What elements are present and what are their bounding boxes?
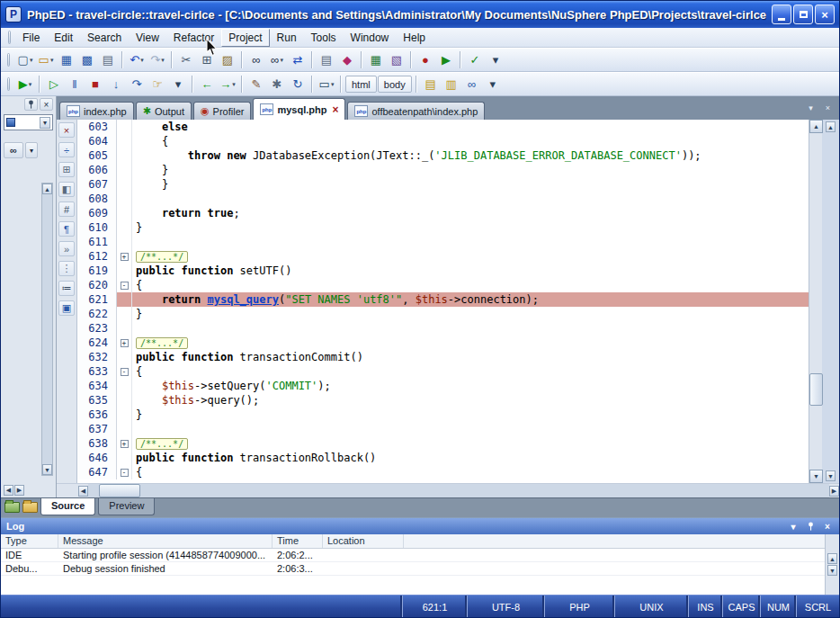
toolbar2-overflow-button[interactable]: ▾ [483, 75, 503, 94]
menu-run[interactable]: Run [270, 29, 304, 47]
breakpoint-toggle-icon[interactable]: ◧ [58, 182, 75, 197]
horizontal-scroll-track[interactable] [88, 484, 829, 497]
fold-marker[interactable]: + [121, 253, 129, 261]
fold-marker[interactable]: + [121, 339, 129, 347]
horizontal-scroll-thumb[interactable] [99, 484, 140, 497]
close-button[interactable]: × [815, 4, 835, 24]
code-line-635[interactable]: 635 $this->query(); [77, 393, 809, 408]
code-line-610[interactable]: 610} [77, 220, 809, 235]
project-folder-icon[interactable] [4, 502, 20, 513]
log-scrollbar[interactable]: ▲ ▼ [825, 534, 839, 595]
copy-button[interactable]: ⊞ [197, 50, 217, 70]
run-in-debugger-button[interactable]: ▷ [44, 75, 64, 94]
replace-button[interactable]: ⇄ [288, 50, 308, 70]
code-line-605[interactable]: 605 throw new JDatabaseException(JText::… [77, 148, 809, 163]
code-line-636[interactable]: 636} [77, 408, 809, 422]
bookmark-toggle-icon[interactable]: ⊞ [58, 162, 75, 177]
code-line-646[interactable]: 646public function transactionRollback() [77, 451, 809, 465]
new-file-button[interactable]: ▢▾ [15, 50, 35, 70]
redo-button[interactable]: ↷▾ [147, 50, 167, 70]
record-macro-button[interactable]: ● [416, 50, 435, 70]
menu-help[interactable]: Help [396, 29, 433, 47]
maximize-button[interactable] [793, 4, 813, 24]
close-document-button[interactable]: × [821, 102, 835, 114]
log-column-type[interactable]: Type [1, 534, 58, 548]
find-in-files-button[interactable]: ∞▾ [267, 50, 287, 70]
toolbar2-grip[interactable] [7, 77, 10, 91]
log-column-location[interactable]: Location [323, 534, 404, 548]
navigate-back-button[interactable]: ← [197, 75, 217, 94]
tab-index-php[interactable]: phpindex.php [59, 102, 134, 120]
body-tag-button[interactable]: body [378, 76, 412, 93]
code-line-620[interactable]: 620-{ [77, 278, 809, 292]
scroll-up-button[interactable]: ▲ [809, 120, 823, 133]
view-tab-source[interactable]: Source [40, 498, 95, 515]
tools-button[interactable]: ✱ [267, 75, 287, 94]
save-button[interactable]: ▦ [57, 50, 76, 70]
minimize-button[interactable] [772, 4, 791, 24]
fold-marker[interactable]: - [121, 368, 129, 376]
indent-guides-icon[interactable]: » [58, 241, 75, 256]
log-close-button[interactable]: × [821, 521, 834, 533]
dock-pin-button[interactable] [24, 98, 38, 111]
dock-scroll-down-button[interactable]: ▼ [42, 464, 52, 475]
code-line-623[interactable]: 623 [77, 321, 809, 336]
tab-profiler[interactable]: ◉Profiler [193, 102, 251, 120]
stop-button[interactable]: ■ [85, 75, 105, 94]
dock-scrollbar[interactable]: ▲ ▼ [41, 183, 53, 476]
search-dropdown-button[interactable]: ▾ [25, 142, 38, 158]
code-line-647[interactable]: 647-{ [77, 465, 809, 479]
code-line-603[interactable]: 603 else [77, 120, 809, 134]
scroll-down-button[interactable]: ▼ [809, 470, 823, 483]
bookmark-list-button[interactable]: ▤ [317, 50, 336, 70]
code-line-606[interactable]: 606 } [77, 163, 809, 177]
find-close-icon[interactable]: × [58, 122, 75, 138]
toolbar1-overflow-button[interactable]: ▾ [486, 50, 505, 70]
toolbar1-grip[interactable] [7, 53, 10, 67]
code-line-607[interactable]: 607 } [77, 177, 809, 192]
open-file-button[interactable]: ▭▾ [36, 50, 56, 70]
syntax-check-button[interactable]: ✓ [465, 50, 485, 70]
paste-button[interactable]: ▨ [218, 50, 237, 70]
html-tag-button[interactable]: html [345, 76, 377, 93]
tab-offbeatenpath-index-php[interactable]: phpoffbeatenpath\index.php [347, 102, 485, 120]
log-row[interactable]: IDEStarting profile session (41448587740… [1, 549, 839, 562]
print-button[interactable]: ▤ [98, 50, 118, 70]
undo-button[interactable]: ↶▾ [127, 50, 147, 70]
menu-search[interactable]: Search [80, 29, 129, 47]
vertical-scroll-thumb[interactable] [809, 373, 823, 406]
code-line-633[interactable]: 633-{ [77, 364, 809, 379]
explorer-folder-icon[interactable] [22, 502, 38, 513]
code-line-611[interactable]: 611 [77, 235, 809, 249]
navigate-forward-button[interactable]: →▾ [218, 75, 237, 94]
menubar-grip[interactable] [8, 31, 11, 44]
code-line-604[interactable]: 604 { [77, 134, 809, 148]
menu-tools[interactable]: Tools [304, 29, 344, 47]
menu-view[interactable]: View [129, 29, 166, 47]
code-templates-button[interactable]: ▧ [387, 50, 407, 70]
break-button[interactable]: ☞ [147, 75, 167, 94]
editor-horizontal-scrollbar[interactable]: ◀ ▶ [57, 483, 839, 497]
dock-scroll-left-button[interactable]: ◀ [4, 485, 13, 496]
log-row[interactable]: Debu...Debug session finished2:06:3... [1, 562, 839, 576]
code-line-624[interactable]: 624+/**...*/ [77, 336, 809, 350]
tab-mysql-php[interactable]: phpmysql.php× [253, 98, 345, 120]
edit-marker-button[interactable]: ✎ [246, 75, 266, 94]
cut-button[interactable]: ✂ [176, 50, 196, 70]
log-menu-button[interactable]: ▾ [787, 521, 800, 533]
toggle-bookmark-button[interactable]: ◆ [337, 50, 357, 70]
step-over-button[interactable]: ↷ [127, 75, 147, 94]
menu-file[interactable]: File [15, 29, 47, 47]
log-scroll-up-button[interactable]: ▲ [827, 553, 837, 564]
combo-dropdown-icon[interactable]: ▾ [40, 117, 50, 129]
pause-button[interactable]: ‖ [65, 75, 85, 94]
scroll-right-button[interactable]: ▶ [829, 486, 839, 497]
search-binoculars-button[interactable]: ∞ [4, 142, 23, 158]
log-column-message[interactable]: Message [58, 534, 273, 548]
secondary-scroll-down-button[interactable]: ▼ [826, 470, 836, 481]
dock-close-button[interactable]: × [40, 98, 53, 111]
dock-scroll-right-button[interactable]: ▶ [14, 485, 24, 496]
code-editor[interactable]: 603 else604 {605 throw new JDatabaseExce… [77, 120, 809, 483]
scroll-left-button[interactable]: ◀ [78, 486, 88, 497]
log-scroll-down-button[interactable]: ▼ [827, 565, 837, 576]
